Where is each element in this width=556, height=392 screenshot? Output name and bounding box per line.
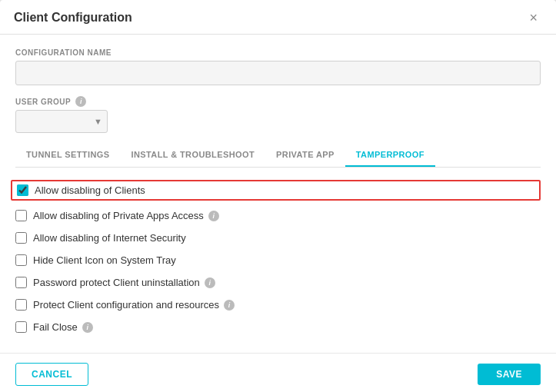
- user-group-row: USER GROUP i: [15, 96, 541, 107]
- tab-tamperproof[interactable]: TAMPERPROOF: [345, 144, 435, 167]
- client-configuration-dialog: Client Configuration × CONFIGURATION NAM…: [0, 0, 556, 392]
- checkbox-password-protect-row: Password protect Client uninstallation i: [15, 275, 541, 290]
- close-button[interactable]: ×: [524, 9, 542, 26]
- tab-bar: TUNNEL SETTINGS INSTALL & TROUBLESHOOT P…: [15, 144, 541, 168]
- config-name-field: CONFIGURATION NAME: [15, 48, 541, 85]
- allow-disabling-internet-label[interactable]: Allow disabling of Internet Security: [33, 232, 186, 244]
- protect-client-checkbox[interactable]: [15, 299, 27, 311]
- dialog-body: CONFIGURATION NAME USER GROUP i ▼ TUNNEL…: [0, 35, 556, 348]
- user-group-info-icon: i: [75, 96, 86, 107]
- allow-disabling-internet-checkbox[interactable]: [15, 232, 27, 244]
- cancel-button[interactable]: CANCEL: [15, 363, 88, 386]
- protect-client-info-icon: i: [224, 300, 235, 311]
- dialog-title: Client Configuration: [14, 11, 132, 25]
- tab-content-tamperproof: Allow disabling of Clients Allow disabli…: [15, 168, 541, 348]
- allow-disabling-private-checkbox[interactable]: [15, 210, 27, 221]
- tab-private-app[interactable]: PRIVATE APP: [265, 144, 345, 167]
- password-protect-checkbox[interactable]: [15, 277, 27, 288]
- allow-disabling-clients-checkbox[interactable]: [17, 184, 28, 196]
- dialog-header: Client Configuration ×: [0, 0, 556, 35]
- user-group-label: USER GROUP: [15, 98, 71, 106]
- allow-disabling-private-label[interactable]: Allow disabling of Private Apps Access i: [33, 210, 219, 221]
- dialog-footer: CANCEL SAVE: [0, 353, 556, 392]
- checkbox-hide-client-icon-row: Hide Client Icon on System Tray: [15, 253, 541, 267]
- fail-close-checkbox[interactable]: [15, 321, 27, 333]
- checkbox-fail-close-row: Fail Close i: [15, 320, 541, 334]
- tab-tunnel-settings[interactable]: TUNNEL SETTINGS: [15, 144, 120, 167]
- fail-close-label[interactable]: Fail Close i: [33, 321, 93, 333]
- password-protect-info-icon: i: [205, 277, 215, 288]
- checkbox-allow-disabling-clients-row: Allow disabling of Clients: [11, 180, 541, 201]
- config-name-label: CONFIGURATION NAME: [15, 48, 541, 57]
- fail-close-info-icon: i: [82, 322, 93, 333]
- user-group-select[interactable]: [15, 110, 108, 133]
- save-button[interactable]: SAVE: [478, 364, 541, 385]
- checkbox-allow-disabling-internet-row: Allow disabling of Internet Security: [15, 231, 541, 245]
- allow-disabling-clients-label[interactable]: Allow disabling of Clients: [35, 184, 145, 196]
- private-apps-info-icon: i: [208, 211, 219, 221]
- user-group-field: USER GROUP i ▼: [15, 96, 541, 133]
- config-name-input[interactable]: [15, 61, 541, 85]
- checkbox-allow-disabling-private-row: Allow disabling of Private Apps Access i: [15, 208, 541, 223]
- hide-client-icon-checkbox[interactable]: [15, 254, 27, 266]
- hide-client-icon-label[interactable]: Hide Client Icon on System Tray: [33, 254, 176, 266]
- checkbox-protect-client-row: Protect Client configuration and resourc…: [15, 297, 541, 312]
- protect-client-label[interactable]: Protect Client configuration and resourc…: [33, 299, 235, 311]
- tab-install-troubleshoot[interactable]: INSTALL & TROUBLESHOOT: [120, 144, 265, 167]
- user-group-select-wrapper: ▼: [15, 110, 108, 133]
- password-protect-label[interactable]: Password protect Client uninstallation i: [33, 277, 215, 288]
